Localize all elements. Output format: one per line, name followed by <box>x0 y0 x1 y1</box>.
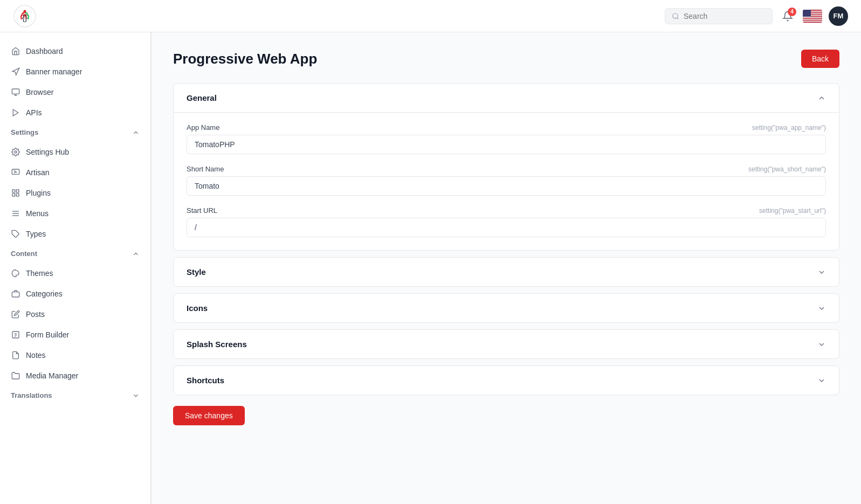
tag-icon <box>11 229 20 239</box>
chevron-down-icon-translations <box>132 392 140 399</box>
sidebar-item-browser[interactable]: Browser <box>0 82 150 102</box>
start-url-label: Start URL <box>187 206 217 215</box>
short-name-label-row: Short Name setting("pwa_short_name") <box>187 165 826 173</box>
svg-rect-23 <box>16 194 19 196</box>
app-logo: ✳ {} <box>13 4 37 28</box>
sidebar-item-menus[interactable]: Menus <box>0 203 150 224</box>
settings-section-label: Settings <box>11 128 38 136</box>
grid-icon <box>11 188 20 198</box>
header-right: 4 FM <box>665 6 848 26</box>
app-name-input[interactable] <box>187 135 826 154</box>
palette-icon <box>11 268 20 278</box>
splash-screens-accordion: Splash Screens <box>173 329 839 359</box>
sidebar-item-plugins[interactable]: Plugins <box>0 183 150 203</box>
short-name-input[interactable] <box>187 176 826 196</box>
sidebar-label-banner-manager: Banner manager <box>26 67 82 76</box>
terminal-icon <box>11 168 20 177</box>
style-accordion: Style <box>173 257 839 287</box>
sidebar-item-banner-manager[interactable]: Banner manager <box>0 61 150 82</box>
sidebar-item-settings-hub[interactable]: Settings Hub <box>0 142 150 162</box>
svg-rect-24 <box>12 194 15 196</box>
settings-section-header[interactable]: Settings <box>0 123 150 142</box>
sidebar-label-media-manager: Media Manager <box>26 371 78 380</box>
sidebar-item-themes[interactable]: Themes <box>0 263 150 284</box>
sidebar-label-dashboard: Dashboard <box>26 47 63 56</box>
folder2-icon <box>11 371 20 381</box>
svg-rect-29 <box>12 292 19 297</box>
start-url-hint: setting("pwa_start_url") <box>759 207 826 215</box>
back-button[interactable]: Back <box>801 50 839 68</box>
content-section-label: Content <box>11 250 37 258</box>
icons-accordion-header[interactable]: Icons <box>174 294 839 322</box>
svg-rect-10 <box>803 16 822 17</box>
general-accordion-header[interactable]: General <box>174 84 839 112</box>
page-title: Progressive Web App <box>173 51 317 67</box>
general-title: General <box>187 93 217 102</box>
briefcase-icon <box>11 289 20 299</box>
icons-accordion: Icons <box>173 293 839 323</box>
gear-icon <box>11 147 20 157</box>
svg-rect-21 <box>12 190 15 192</box>
chevron-up-icon-content <box>132 250 140 258</box>
user-avatar[interactable]: FM <box>829 6 848 26</box>
megaphone-icon <box>11 67 20 77</box>
pencil-icon <box>11 309 20 319</box>
svg-point-18 <box>15 151 17 153</box>
svg-rect-11 <box>803 18 822 19</box>
notification-button[interactable]: 4 <box>779 8 796 25</box>
sidebar-label-settings-hub: Settings Hub <box>26 148 69 156</box>
svg-rect-14 <box>12 89 19 94</box>
chevron-down-icon-icons <box>817 304 826 313</box>
short-name-label: Short Name <box>187 165 224 173</box>
sidebar-item-categories[interactable]: Categories <box>0 284 150 304</box>
sidebar-item-artisan[interactable]: Artisan <box>0 162 150 183</box>
translations-section-header[interactable]: Translations <box>0 386 150 405</box>
content-section-header[interactable]: Content <box>0 244 150 263</box>
short-name-group: Short Name setting("pwa_short_name") <box>187 165 826 196</box>
sidebar-label-notes: Notes <box>26 351 46 360</box>
style-accordion-header[interactable]: Style <box>174 258 839 286</box>
sidebar-label-browser: Browser <box>26 88 53 96</box>
sidebar-item-posts[interactable]: Posts <box>0 304 150 325</box>
sidebar-item-types[interactable]: Types <box>0 224 150 244</box>
chevron-down-icon-style <box>817 268 826 277</box>
svg-rect-22 <box>16 190 19 192</box>
form-icon <box>11 330 20 340</box>
shortcuts-accordion-header[interactable]: Shortcuts <box>174 366 839 395</box>
short-name-hint: setting("pwa_short_name") <box>748 165 826 173</box>
save-button[interactable]: Save changes <box>173 406 245 425</box>
search-icon <box>672 12 679 20</box>
translations-section-label: Translations <box>11 391 52 399</box>
language-flag[interactable] <box>803 10 822 23</box>
general-accordion: General App Name setting("pwa_app_name") <box>173 83 839 251</box>
svg-point-4 <box>673 13 678 18</box>
svg-marker-17 <box>13 109 18 116</box>
sidebar-label-form-builder: Form Builder <box>26 330 69 339</box>
play-icon <box>11 108 20 118</box>
sidebar-item-form-builder[interactable]: Form Builder <box>0 325 150 345</box>
page-header: Progressive Web App Back <box>173 50 839 68</box>
menu-icon <box>11 209 20 218</box>
sidebar-label-artisan: Artisan <box>26 168 50 177</box>
sidebar-item-media-manager[interactable]: Media Manager <box>0 365 150 386</box>
sidebar-item-dashboard[interactable]: Dashboard <box>0 41 150 61</box>
svg-rect-12 <box>803 20 822 22</box>
svg-line-5 <box>677 17 679 19</box>
shortcuts-title: Shortcuts <box>187 376 224 385</box>
splash-screens-accordion-header[interactable]: Splash Screens <box>174 330 839 358</box>
search-input[interactable] <box>684 12 766 20</box>
sidebar-item-notes[interactable]: Notes <box>0 345 150 365</box>
shortcuts-accordion: Shortcuts <box>173 365 839 395</box>
app-name-hint: setting("pwa_app_name") <box>752 124 826 132</box>
sidebar-label-menus: Menus <box>26 209 49 218</box>
header-left: ✳ {} <box>13 4 37 28</box>
folder-icon <box>11 87 20 97</box>
start-url-input[interactable] <box>187 218 826 237</box>
svg-text:{}: {} <box>22 13 27 22</box>
start-url-label-row: Start URL setting("pwa_start_url") <box>187 206 826 215</box>
splash-screens-title: Splash Screens <box>187 340 247 349</box>
sidebar-item-apis[interactable]: APIs <box>0 102 150 123</box>
search-box <box>665 8 773 24</box>
main-content: Progressive Web App Back General App Nam… <box>151 32 861 504</box>
svg-rect-13 <box>803 10 811 17</box>
